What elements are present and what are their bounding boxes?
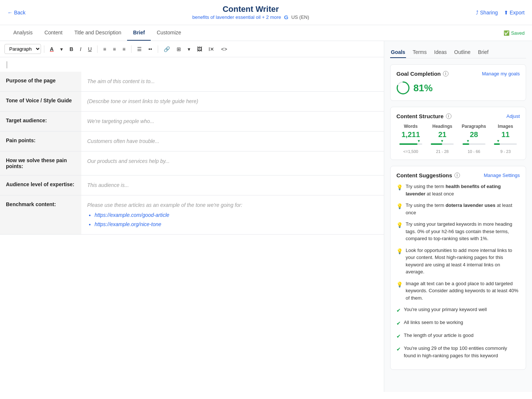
paragraph-style-select[interactable]: Paragraph <box>4 44 41 54</box>
row-label-purpose: Purpose of the page <box>0 72 81 92</box>
sidebar-tab-terms[interactable]: Terms <box>412 47 427 58</box>
bold-button[interactable]: B <box>67 45 76 54</box>
tab-customize[interactable]: Customize <box>151 25 187 41</box>
manage-goals-link[interactable]: Manage my goals <box>482 71 520 76</box>
row-label-benchmark: Benchmark content: <box>0 195 81 235</box>
editor-cursor: | <box>0 57 384 72</box>
suggestion-item-5: ✔ You're using your primary keyword well <box>396 306 520 314</box>
sidebar-tab-brief[interactable]: Brief <box>477 47 490 58</box>
sharing-button[interactable]: ⤴ Sharing <box>476 10 498 16</box>
row-input-benchmark[interactable]: Please use these articles as an example … <box>81 195 384 235</box>
ordered-list-button[interactable]: ☰ <box>134 45 144 54</box>
suggestion-item-8: ✔ You're using 29 of the top 100 entitie… <box>396 345 520 359</box>
bulb-icon-3: 💡 <box>396 248 403 276</box>
sidebar-tab-ideas[interactable]: Ideas <box>433 47 447 58</box>
structure-grid: Words 1,211 ▼ <=1,500 Headings 21 <box>396 124 520 154</box>
check-circle-icon: ✅ <box>504 30 509 36</box>
check-icon-6: ✔ <box>396 320 401 327</box>
align-center-button[interactable]: ≡ <box>110 45 118 54</box>
bulb-icon-4: 💡 <box>396 281 403 302</box>
benchmark-link-2[interactable]: https://example.org/nice-tone <box>95 221 378 228</box>
bulb-icon-1: 💡 <box>396 202 403 216</box>
row-label-expertise: Audience level of expertise: <box>0 175 81 195</box>
check-icon-8: ✔ <box>396 345 401 359</box>
tab-brief[interactable]: Brief <box>127 25 151 41</box>
content-structure-card: Content Structure i Adjust Words 1,211 ▼ <box>390 107 526 160</box>
suggestions-title: Content Suggestions i <box>396 172 460 178</box>
structure-item-words: Words 1,211 ▼ <=1,500 <box>396 124 425 154</box>
code-button[interactable]: <> <box>218 45 229 54</box>
table-row: Pain points: Customers often have troubl… <box>0 132 384 151</box>
sidebar-panel: Goals Terms Ideas Outline Brief Goal Com… <box>384 41 532 392</box>
sidebar-tab-outline[interactable]: Outline <box>453 47 471 58</box>
toolbar-separator-4 <box>158 45 158 53</box>
link-button[interactable]: 🔗 <box>161 45 173 54</box>
saved-badge: ✅ Saved <box>504 30 525 36</box>
table-dropdown[interactable]: ▾ <box>185 45 193 54</box>
unordered-list-button[interactable]: •• <box>146 45 155 54</box>
header-left: ← Back <box>7 10 25 16</box>
check-icon-7: ✔ <box>396 332 401 340</box>
table-row: Tone of Voice / Style Guide (Describe to… <box>0 92 384 112</box>
align-left-button[interactable]: ≡ <box>100 45 109 54</box>
suggestion-text-4: Image alt text can be a good place to ad… <box>406 280 520 302</box>
structure-item-paragraphs: Paragraphs 28 ▼ 10 - 66 <box>460 124 488 154</box>
suggestions-info-icon[interactable]: i <box>454 173 460 178</box>
header: ← Back Content Writer benefits of lavend… <box>0 0 532 25</box>
italic-button[interactable]: I <box>77 45 84 54</box>
toolbar-separator-1 <box>44 45 44 53</box>
tab-title-description[interactable]: Title and Description <box>68 25 127 41</box>
font-color-button[interactable]: A <box>47 45 56 54</box>
structure-item-headings: Headings 21 ▼ 21 - 28 <box>428 124 457 154</box>
table-row: Target audience: We're targeting people … <box>0 112 384 132</box>
suggestion-item-0: 💡 Try using the term health benefits of … <box>396 183 520 197</box>
suggestion-text-0: Try using the term health benefits of ea… <box>406 183 520 197</box>
manage-settings-link[interactable]: Manage Settings <box>484 173 520 178</box>
underline-button[interactable]: U <box>85 45 94 54</box>
image-button[interactable]: 🖼 <box>194 45 205 54</box>
row-input-purpose[interactable]: The aim of this content is to... <box>81 72 384 92</box>
export-button[interactable]: ⬆ Export <box>504 10 525 16</box>
bulb-icon-0: 💡 <box>396 184 403 197</box>
nav-tabs-left: Analysis Content Title and Description B… <box>7 25 187 41</box>
check-icon-5: ✔ <box>396 307 401 314</box>
row-input-tone[interactable]: (Describe tone or insert links to style … <box>81 92 384 112</box>
nav-tabs: Analysis Content Title and Description B… <box>0 25 532 41</box>
structure-info-icon[interactable]: i <box>446 113 451 119</box>
suggestion-text-7: The length of your article is good <box>404 332 474 340</box>
table-button[interactable]: ⊞ <box>174 45 184 54</box>
images-bar: ▼ <box>491 140 520 148</box>
sidebar-tabs: Goals Terms Ideas Outline Brief <box>390 47 526 58</box>
header-subtitle[interactable]: benefits of lavender essential oil + 2 m… <box>192 14 281 20</box>
header-center: Content Writer benefits of lavender esse… <box>192 4 309 20</box>
suggestion-text-3: Look for opportunities to add more inter… <box>406 247 520 276</box>
back-button[interactable]: ← Back <box>7 10 25 16</box>
adjust-link[interactable]: Adjust <box>507 113 520 119</box>
header-right: ⤴ Sharing ⬆ Export <box>476 10 525 16</box>
table-row: Benchmark content: Please use these arti… <box>0 195 384 235</box>
goal-percent-display: 81% <box>396 81 520 95</box>
bulb-icon-2: 💡 <box>396 221 403 242</box>
row-input-expertise[interactable]: This audience is... <box>81 175 384 195</box>
brief-table: Purpose of the page The aim of this cont… <box>0 72 384 235</box>
format-clear-button[interactable]: I✕ <box>206 45 217 54</box>
tab-analysis[interactable]: Analysis <box>7 25 38 41</box>
row-label-tone: Tone of Voice / Style Guide <box>0 92 81 112</box>
sidebar-tab-goals[interactable]: Goals <box>390 47 406 58</box>
text-style-dropdown[interactable]: ▾ <box>58 45 65 54</box>
suggestion-text-5: You're using your primary keyword well <box>404 306 487 314</box>
goal-completion-info-icon[interactable]: i <box>443 71 449 76</box>
tab-content[interactable]: Content <box>38 25 68 41</box>
row-input-pain-points[interactable]: Customers often have trouble... <box>81 132 384 151</box>
row-input-solve[interactable]: Our products and services help by... <box>81 151 384 175</box>
goal-progress-circle <box>396 81 410 95</box>
suggestion-text-1: Try using the term doterra lavender uses… <box>406 202 520 216</box>
table-row: Purpose of the page The aim of this cont… <box>0 72 384 92</box>
toolbar-separator-2 <box>97 45 98 53</box>
row-label-solve: How we solve these pain points: <box>0 151 81 175</box>
suggestion-item-7: ✔ The length of your article is good <box>396 332 520 340</box>
benchmark-link-1[interactable]: https://example.com/good-article <box>95 211 378 219</box>
row-input-audience[interactable]: We're targeting people who... <box>81 112 384 132</box>
align-right-button[interactable]: ≡ <box>120 45 128 54</box>
goal-header: Goal Completion i Manage my goals <box>396 71 520 77</box>
